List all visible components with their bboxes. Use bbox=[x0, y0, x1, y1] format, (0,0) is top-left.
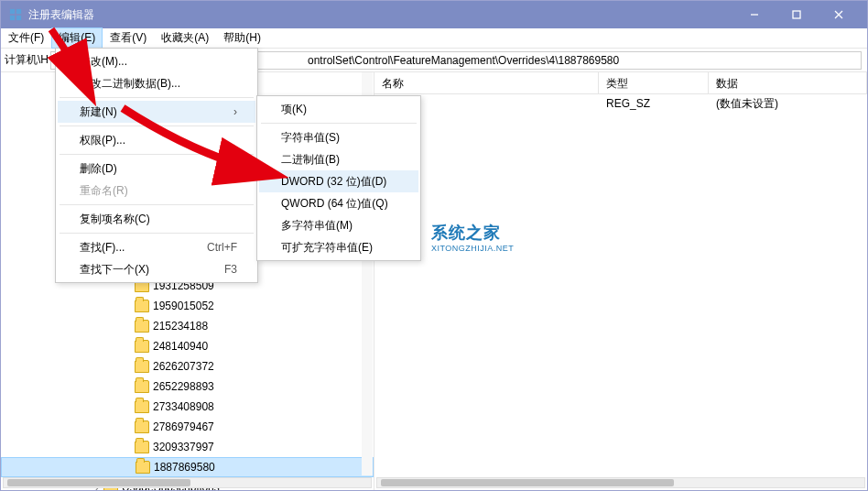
menu-help[interactable]: 帮助(H) bbox=[216, 27, 268, 49]
ctx-new[interactable]: 新建(N) › bbox=[58, 101, 255, 123]
window-title: 注册表编辑器 bbox=[28, 7, 94, 23]
tree-label: 2733408908 bbox=[153, 400, 214, 413]
folder-icon bbox=[135, 441, 149, 453]
menu-view[interactable]: 查看(V) bbox=[103, 27, 154, 49]
minimize-button[interactable] bbox=[733, 1, 776, 28]
cell-type: REG_SZ bbox=[599, 97, 709, 110]
list-row[interactable]: REG_SZ (数值未设置) bbox=[374, 94, 867, 113]
cell-data: (数值未设置) bbox=[709, 96, 867, 112]
edit-context-menu: 修改(M)... 修改二进制数据(B)... 新建(N) › 权限(P)... … bbox=[55, 48, 258, 283]
tree-node[interactable]: 2626207372 bbox=[1, 356, 374, 376]
ctx-new-dword[interactable]: DWORD (32 位)值(D) bbox=[259, 170, 418, 192]
folder-icon bbox=[135, 320, 149, 333]
menu-edit[interactable]: 编辑(E) bbox=[51, 27, 103, 49]
tree-label: 1887869580 bbox=[154, 461, 215, 474]
folder-icon bbox=[135, 340, 149, 353]
titlebar: 注册表编辑器 bbox=[1, 1, 867, 28]
folder-icon bbox=[135, 400, 149, 413]
svg-rect-5 bbox=[793, 11, 800, 18]
svg-rect-2 bbox=[10, 16, 15, 20]
ctx-new-multistring[interactable]: 多字符串值(M) bbox=[259, 214, 418, 236]
tree-label: 215234188 bbox=[153, 320, 208, 333]
tree-node[interactable]: 248140940 bbox=[1, 336, 374, 356]
close-button[interactable] bbox=[818, 1, 860, 28]
maximize-button[interactable] bbox=[776, 1, 818, 28]
tree-label: 3209337997 bbox=[153, 441, 214, 453]
ctx-copy-key-name[interactable]: 复制项名称(C) bbox=[58, 208, 255, 230]
tree-label: 2786979467 bbox=[153, 420, 214, 433]
tree-node[interactable]: 1959015052 bbox=[1, 296, 374, 316]
svg-rect-1 bbox=[16, 9, 21, 14]
tree-label: 2652298893 bbox=[153, 380, 214, 393]
ctx-new-binary[interactable]: 二进制值(B) bbox=[259, 148, 418, 170]
tree-scrollbar-h[interactable] bbox=[3, 477, 372, 488]
ctx-find[interactable]: 查找(F)... Ctrl+F bbox=[58, 236, 255, 258]
tree-label: 248140940 bbox=[153, 340, 208, 353]
ctx-delete[interactable]: 删除(D) De bbox=[58, 158, 255, 180]
folder-icon bbox=[135, 300, 149, 312]
tree-node[interactable]: 2652298893 bbox=[1, 376, 374, 397]
menu-favorites[interactable]: 收藏夹(A) bbox=[154, 27, 216, 49]
tree-node[interactable]: 2733408908 bbox=[1, 397, 374, 417]
tree-label: 1959015052 bbox=[153, 300, 214, 312]
folder-icon bbox=[135, 420, 149, 433]
submenu-arrow-icon: › bbox=[206, 105, 237, 118]
folder-icon bbox=[136, 461, 150, 474]
list-scrollbar-h[interactable] bbox=[376, 477, 865, 488]
new-submenu: 项(K) 字符串值(S) 二进制值(B) DWORD (32 位)值(D) QW… bbox=[256, 95, 421, 261]
ctx-new-expstring[interactable]: 可扩充字符串值(E) bbox=[259, 236, 418, 258]
ctx-find-next[interactable]: 查找下一个(X) F3 bbox=[58, 258, 255, 280]
tree-node[interactable]: 3209337997 bbox=[1, 437, 374, 457]
tree-node[interactable]: 215234188 bbox=[1, 316, 374, 336]
tree-node[interactable]: 1887869580 bbox=[1, 457, 374, 477]
list-pane: 名称 类型 数据 REG_SZ (数值未设置) bbox=[374, 72, 867, 490]
col-type[interactable]: 类型 bbox=[599, 72, 709, 93]
ctx-modify-binary[interactable]: 修改二进制数据(B)... bbox=[58, 72, 255, 94]
svg-rect-0 bbox=[10, 9, 15, 14]
col-data[interactable]: 数据 bbox=[709, 72, 867, 93]
list-body[interactable]: REG_SZ (数值未设置) bbox=[374, 94, 867, 490]
tree-node[interactable]: 2786979467 bbox=[1, 417, 374, 437]
ctx-new-key[interactable]: 项(K) bbox=[259, 98, 418, 120]
ctx-modify[interactable]: 修改(M)... bbox=[58, 50, 255, 72]
folder-icon bbox=[135, 380, 149, 393]
ctx-permissions[interactable]: 权限(P)... bbox=[58, 129, 255, 151]
svg-rect-3 bbox=[16, 16, 21, 20]
menu-file[interactable]: 文件(F) bbox=[1, 27, 51, 49]
ctx-rename: 重命名(R) bbox=[58, 180, 255, 202]
ctx-new-string[interactable]: 字符串值(S) bbox=[259, 126, 418, 148]
folder-icon bbox=[135, 360, 149, 373]
col-name[interactable]: 名称 bbox=[374, 72, 599, 93]
list-header: 名称 类型 数据 bbox=[374, 72, 867, 94]
path-prefix: 计算机\H bbox=[5, 52, 49, 68]
app-icon bbox=[8, 7, 23, 22]
ctx-new-qword[interactable]: QWORD (64 位)值(Q) bbox=[259, 192, 418, 214]
menubar: 文件(F) 编辑(E) 查看(V) 收藏夹(A) 帮助(H) bbox=[1, 28, 867, 49]
tree-label: 2626207372 bbox=[153, 360, 214, 373]
